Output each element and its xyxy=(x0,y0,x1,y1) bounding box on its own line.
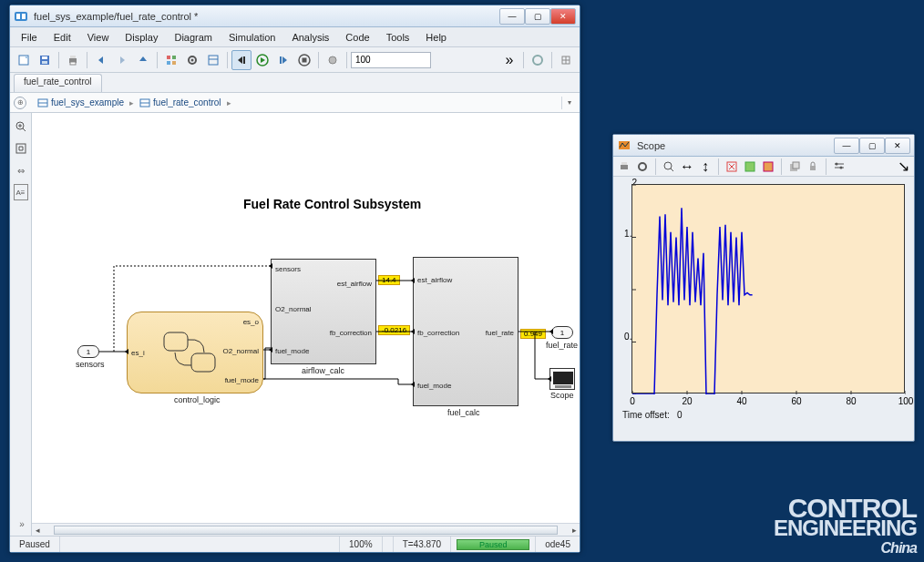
side-toolbar: ⇔ A≡ xyxy=(10,113,32,536)
menu-diagram[interactable]: Diagram xyxy=(167,30,220,45)
breadcrumb-root[interactable]: fuel_sys_example xyxy=(34,97,128,108)
subsystem-icon xyxy=(139,97,150,108)
save-axes-icon[interactable] xyxy=(760,158,776,175)
menu-analysis[interactable]: Analysis xyxy=(284,30,336,45)
svg-rect-43 xyxy=(621,162,627,165)
breadcrumb-bar: ⊕ fuel_sys_example ▸ fuel_rate_control ▸… xyxy=(10,93,580,113)
scope-window: Scope — ▢ ✕ ↔ ↕ ↘ 0 0.5 1 1.5 2 xyxy=(612,134,915,442)
svg-rect-9 xyxy=(70,62,76,65)
fast-restart-button[interactable] xyxy=(528,50,548,70)
menu-code[interactable]: Code xyxy=(338,30,376,45)
scope-title: Scope xyxy=(631,140,834,151)
float-icon[interactable] xyxy=(786,158,803,175)
svg-point-45 xyxy=(664,162,672,169)
maximize-button[interactable]: ▢ xyxy=(525,8,550,25)
params-icon[interactable] xyxy=(634,158,651,175)
watermark-line2: ENGINEERING xyxy=(774,518,917,539)
new-model-button[interactable] xyxy=(14,50,34,70)
svg-point-55 xyxy=(836,162,838,165)
back-button[interactable] xyxy=(91,50,111,70)
time-offset-label: Time offset: xyxy=(622,410,670,420)
annotation-icon[interactable]: A≡ xyxy=(14,184,28,200)
zoom-in-icon[interactable] xyxy=(13,118,29,135)
scope-minimize-button[interactable]: — xyxy=(834,138,859,154)
svg-rect-8 xyxy=(70,56,76,58)
svg-rect-2 xyxy=(22,14,26,19)
run-button[interactable] xyxy=(252,50,272,70)
record-button[interactable] xyxy=(323,50,343,70)
minimize-button[interactable]: — xyxy=(499,8,525,25)
scroll-left-icon[interactable]: ◂ xyxy=(32,526,43,535)
document-tab[interactable]: fuel_rate_control xyxy=(14,74,102,92)
menu-view[interactable]: View xyxy=(80,30,117,45)
status-zoom: 100% xyxy=(340,536,383,552)
stop-time-input[interactable] xyxy=(351,52,431,68)
print-button[interactable] xyxy=(63,50,83,70)
svg-rect-6 xyxy=(42,61,47,64)
undock-icon[interactable]: ↘ xyxy=(895,158,911,175)
forward-button[interactable] xyxy=(112,50,132,70)
scope-close-button[interactable]: ✕ xyxy=(885,138,910,154)
watermark: CONTROL ENGINEERING China xyxy=(774,498,917,557)
breadcrumb-dropdown[interactable]: ▾ xyxy=(561,97,576,109)
fit-view-icon[interactable] xyxy=(13,140,29,157)
menu-file[interactable]: File xyxy=(14,30,45,45)
menu-help[interactable]: Help xyxy=(418,30,454,45)
title-bar[interactable]: fuel_sys_example/fuel_rate_control * — ▢… xyxy=(10,5,580,27)
x-tick: 40 xyxy=(736,396,746,406)
menu-edit[interactable]: Edit xyxy=(46,30,78,45)
lock-axes-icon[interactable] xyxy=(805,158,821,175)
simulink-window: fuel_sys_example/fuel_rate_control * — ▢… xyxy=(9,5,580,553)
svg-rect-51 xyxy=(793,162,799,169)
status-bar: Paused 100% T=43.870 Paused ode45 xyxy=(10,536,580,552)
x-tick: 20 xyxy=(682,396,692,406)
svg-line-46 xyxy=(671,169,673,171)
pan-icon[interactable]: ⇔ xyxy=(13,162,29,179)
restore-axes-icon[interactable] xyxy=(742,158,758,175)
svg-rect-18 xyxy=(243,56,245,64)
svg-rect-52 xyxy=(810,166,816,170)
chevron-right-icon: ▸ xyxy=(225,98,233,107)
scope-plot[interactable]: 0 20 40 60 80 100 xyxy=(631,184,905,393)
horizontal-scrollbar[interactable]: ◂ ▸ xyxy=(32,523,580,536)
time-offset: Time offset: 0 xyxy=(622,410,905,420)
svg-line-33 xyxy=(23,128,26,131)
svg-rect-36 xyxy=(16,144,26,153)
print-icon[interactable] xyxy=(616,158,632,175)
x-tick: 80 xyxy=(846,396,856,406)
toolbar: » xyxy=(10,47,580,73)
zoom-in-icon[interactable] xyxy=(661,158,677,175)
more-button[interactable]: » xyxy=(499,50,519,70)
diagram-canvas[interactable]: Fuel Rate Control Subsystem 1 sensors es… xyxy=(32,113,580,536)
zoom-y-icon[interactable]: ↕ xyxy=(697,158,714,175)
hide-browser-button[interactable]: ⊕ xyxy=(14,97,26,109)
save-button[interactable] xyxy=(35,50,55,70)
scroll-right-icon[interactable]: ▸ xyxy=(569,526,580,535)
build-button[interactable] xyxy=(556,50,576,70)
scope-maximize-button[interactable]: ▢ xyxy=(859,138,885,154)
model-explorer-button[interactable] xyxy=(203,50,223,70)
menu-tools[interactable]: Tools xyxy=(379,30,417,45)
expand-sidebar-button[interactable]: » xyxy=(15,517,28,530)
breadcrumb-child[interactable]: fuel_rate_control xyxy=(136,97,225,108)
status-solver: ode45 xyxy=(536,536,580,552)
stop-button[interactable] xyxy=(294,50,314,70)
model-config-button[interactable] xyxy=(182,50,202,70)
step-forward-button[interactable] xyxy=(273,50,293,70)
breadcrumb-label: fuel_sys_example xyxy=(51,97,124,107)
status-time: T=43.870 xyxy=(394,536,452,552)
menu-simulation[interactable]: Simulation xyxy=(221,30,282,45)
signal-selector-icon[interactable] xyxy=(831,158,847,175)
menu-display[interactable]: Display xyxy=(118,30,165,45)
step-back-button[interactable] xyxy=(231,50,252,70)
x-tick: 0 xyxy=(630,396,635,406)
library-browser-button[interactable] xyxy=(161,50,181,70)
svg-rect-11 xyxy=(172,56,176,59)
close-button[interactable]: ✕ xyxy=(550,8,576,25)
x-tick: 60 xyxy=(791,396,801,406)
zoom-x-icon[interactable]: ↔ xyxy=(679,158,695,175)
svg-rect-5 xyxy=(42,56,47,59)
up-button[interactable] xyxy=(133,50,153,70)
scope-title-bar[interactable]: Scope — ▢ ✕ xyxy=(613,135,914,157)
autoscale-icon[interactable] xyxy=(724,158,740,175)
